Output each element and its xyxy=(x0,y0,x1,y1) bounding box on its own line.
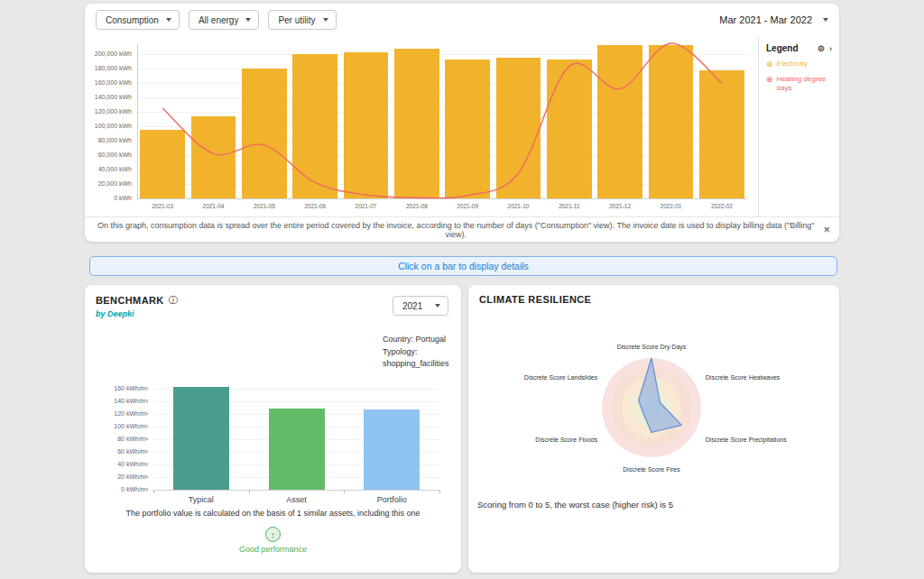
performance-label: Good performance xyxy=(239,545,308,556)
x-axis-tick xyxy=(153,490,154,493)
y-axis-tick-label: 200,000 kWh xyxy=(85,51,132,58)
benchmark-meta: Country: Portugal Typology: shopping_fac… xyxy=(383,334,449,371)
y-axis-tick-label: 180,000 kWh xyxy=(85,65,132,72)
y-axis-tick-label: 100 kWh/m² xyxy=(103,423,148,430)
radar-axis-label: Discrete Score Fires xyxy=(623,466,680,473)
energy-type-select[interactable]: All energy xyxy=(189,10,259,30)
benchmark-category-label: Portfolio xyxy=(344,495,439,504)
x-axis-tick-label: 2021-07 xyxy=(340,203,391,210)
series-toggle-icon: ⊗ xyxy=(766,60,773,69)
chevron-right-icon[interactable]: › xyxy=(829,44,832,53)
y-axis-tick-label: 20 kWh/m² xyxy=(103,473,148,481)
y-axis-tick-label: 160 kWh/m² xyxy=(103,385,148,392)
chart-row: 0 kWh20,000 kWh40,000 kWh60,000 kWh80,00… xyxy=(85,36,839,216)
y-axis-tick-label: 160,000 kWh xyxy=(85,79,132,87)
legend-item-label: Heating degree days xyxy=(777,75,832,93)
x-axis-tick-label: 2021-09 xyxy=(442,203,493,210)
radar-axis-label: Discrete Score Dry Days xyxy=(617,344,687,351)
x-axis-tick-label: 2021-03 xyxy=(137,203,188,210)
consumption-bar[interactable] xyxy=(344,52,389,198)
consumption-bar[interactable] xyxy=(649,45,694,198)
arrow-up-icon: ↑ xyxy=(265,527,281,542)
performance-indicator: ↑ Good performance xyxy=(85,527,461,556)
chevron-down-icon xyxy=(323,18,328,22)
info-bar: On this graph, consumption data is sprea… xyxy=(85,216,839,242)
gear-icon[interactable]: ⚙ xyxy=(818,44,825,53)
legend-header: Legend ⚙ › xyxy=(766,43,832,53)
consumption-bar[interactable] xyxy=(140,130,185,198)
x-axis-tick-label: 2022-01 xyxy=(645,203,696,210)
y-axis-tick-label: 80,000 kWh xyxy=(85,137,132,144)
legend-title: Legend xyxy=(766,43,799,53)
typology-label: Typology: xyxy=(383,346,449,359)
consumption-bar[interactable] xyxy=(242,69,287,198)
y-axis-tick-label: 120 kWh/m² xyxy=(103,410,148,418)
x-axis-line xyxy=(153,490,439,491)
view-select[interactable]: Consumption xyxy=(96,10,180,30)
legend-item-label: Electricity xyxy=(777,60,808,69)
x-axis-tick-label: 2021-05 xyxy=(239,203,290,210)
y-axis-tick-label: 80 kWh/m² xyxy=(103,436,148,443)
consumption-bar[interactable] xyxy=(597,45,642,198)
benchmark-bar[interactable] xyxy=(173,387,229,490)
consumption-bar[interactable] xyxy=(547,60,592,198)
x-axis-line xyxy=(137,198,747,199)
y-axis-tick-label: 140,000 kWh xyxy=(85,94,132,101)
info-bar-text: On this graph, consumption data is sprea… xyxy=(94,221,818,239)
utility-select-value: Per utility xyxy=(278,15,315,25)
view-select-value: Consumption xyxy=(106,15,159,25)
deepki-brand: by Deepki xyxy=(96,309,178,318)
y-axis-tick-label: 40,000 kWh xyxy=(85,166,132,173)
consumption-panel: Consumption All energy Per utility Mar 2… xyxy=(85,4,839,242)
y-axis-tick-label: 0 kWh/m² xyxy=(103,486,148,493)
close-icon[interactable]: × xyxy=(818,223,830,236)
country-label: Country: Portugal xyxy=(383,334,449,346)
consumption-bar[interactable] xyxy=(292,54,337,198)
date-range-select[interactable]: Mar 2021 - Mar 2022 xyxy=(719,14,828,25)
consumption-bar[interactable] xyxy=(699,70,744,198)
legend-item-electricity[interactable]: ⊗ Electricity xyxy=(766,60,832,69)
y-axis-tick-label: 0 kWh xyxy=(85,195,132,202)
typology-value: shopping_facilities xyxy=(383,358,449,371)
benchmark-category-label: Asset xyxy=(249,495,345,504)
energy-type-select-value: All energy xyxy=(199,15,238,25)
year-select[interactable]: 2021 xyxy=(393,296,448,316)
legend-panel: Legend ⚙ › ⊗ Electricity ⊗ Heating degre… xyxy=(758,36,839,216)
radar-axis-label: Discrete Score Landslides xyxy=(524,374,598,381)
hint-banner-label: Click on a bar to display details xyxy=(398,261,529,271)
consumption-bar[interactable] xyxy=(394,49,439,198)
legend-item-heating-degree-days[interactable]: ⊗ Heating degree days xyxy=(766,75,832,93)
consumption-bar[interactable] xyxy=(496,58,541,198)
utility-select[interactable]: Per utility xyxy=(268,10,336,30)
x-axis-tick-label: 2021-12 xyxy=(595,203,645,210)
y-axis-tick-label: 100,000 kWh xyxy=(85,123,132,130)
date-range-value: Mar 2021 - Mar 2022 xyxy=(719,14,812,25)
x-axis-tick xyxy=(439,490,440,493)
chevron-down-icon xyxy=(823,18,828,22)
chevron-down-icon xyxy=(245,18,251,22)
info-icon[interactable]: ⓘ xyxy=(169,294,178,307)
benchmark-caption: The portfolio value is calculated on the… xyxy=(85,509,461,518)
y-axis-tick-label: 60 kWh/m² xyxy=(103,448,148,455)
climate-title: CLIMATE RESILIENCE xyxy=(479,294,591,305)
benchmark-category-label: Typical xyxy=(153,495,249,504)
climate-radar-chart: Discrete Score Dry DaysDiscrete Score He… xyxy=(468,314,839,494)
year-select-value: 2021 xyxy=(402,301,422,311)
climate-caption: Scoring from 0 to 5, the worst case (hig… xyxy=(477,500,673,510)
consumption-bar[interactable] xyxy=(191,116,236,198)
x-axis-tick-label: 2022-02 xyxy=(697,203,747,210)
y-axis-tick-label: 120,000 kWh xyxy=(85,108,132,115)
climate-panel: CLIMATE RESILIENCE Discrete Score Dry Da… xyxy=(468,285,839,573)
benchmark-bar[interactable] xyxy=(364,409,420,490)
toolbar: Consumption All energy Per utility Mar 2… xyxy=(85,4,839,36)
series-toggle-icon: ⊗ xyxy=(766,75,773,84)
x-axis-tick-label: 2021-10 xyxy=(493,203,543,210)
benchmark-bar[interactable] xyxy=(269,409,325,490)
x-axis-tick-label: 2021-11 xyxy=(544,203,595,210)
radar-axis-label: Discrete Score Precipitations xyxy=(706,437,787,444)
energy-dashboard: { "colors": { "electricity": "#F2B32C", … xyxy=(0,0,924,579)
radar-axis-label: Discrete Score Heatwaves xyxy=(706,374,781,381)
benchmark-header: BENCHMARK ⓘ by Deepki xyxy=(96,294,178,318)
consumption-bar[interactable] xyxy=(445,60,490,198)
x-axis-tick xyxy=(249,490,250,493)
